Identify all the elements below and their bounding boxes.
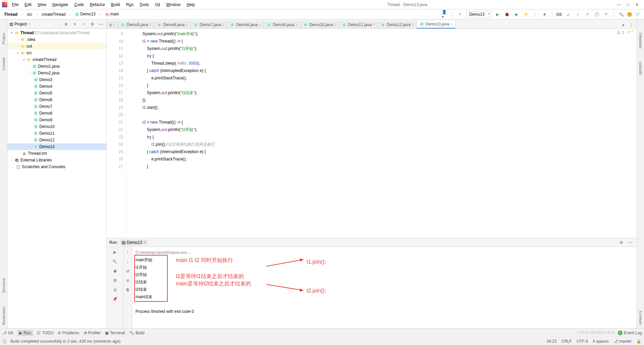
menu-refactor[interactable]: Refactor <box>87 2 108 8</box>
close-icon[interactable]: × <box>113 23 115 27</box>
status-indent[interactable]: 4 spaces <box>593 339 609 344</box>
close-icon[interactable]: × <box>334 23 336 27</box>
close-icon[interactable]: ✕ <box>635 2 639 7</box>
layout-icon[interactable]: ⊞ <box>112 277 118 284</box>
debug-icon[interactable]: 🐞 <box>503 11 510 18</box>
stripe-structure[interactable]: Structure <box>2 278 6 293</box>
warnings-indicator[interactable]: ⚠ 1 ^ ˅ <box>617 30 633 35</box>
tab[interactable]: CDemo12.java× <box>378 21 417 28</box>
tree-file[interactable]: C Demo8 <box>7 110 106 117</box>
tree-file[interactable]: C Demo6 <box>7 96 106 103</box>
dots-icon[interactable]: ⋮ <box>532 11 538 18</box>
tree-file[interactable]: ›C Demo1.java <box>7 63 106 70</box>
tab[interactable]: CDemo11.java× <box>339 21 378 28</box>
editor-body[interactable]: 9101112131415161718192021222324252627 ⚠ … <box>107 29 637 238</box>
stop-icon[interactable]: ■ <box>541 11 548 18</box>
btab-eventlog[interactable]: 1 Event Log <box>618 330 642 336</box>
project-tree[interactable]: ▾📁ThreadD:\code\java\Javacode\Thread ›📁.… <box>7 29 106 328</box>
search-icon[interactable]: 🔍 <box>618 11 625 18</box>
btab-build[interactable]: 🔨 Build <box>129 331 145 335</box>
breadcrumb-src[interactable]: src <box>25 11 34 17</box>
print-icon[interactable]: 🖨 <box>112 286 118 293</box>
pin-icon[interactable]: 📌 <box>112 296 118 302</box>
menu-git[interactable]: Git <box>152 2 163 8</box>
btab-run[interactable]: ▶ Run <box>17 330 33 336</box>
down-icon[interactable]: ↓ <box>124 258 131 265</box>
menu-view[interactable]: View <box>35 2 49 8</box>
git-push-icon[interactable]: ↗ <box>584 11 591 18</box>
breadcrumb-pkg[interactable]: createThread <box>40 11 67 17</box>
btab-git[interactable]: ⎇ Git <box>2 331 13 335</box>
breadcrumb-root[interactable]: Thread <box>3 11 19 17</box>
back-icon[interactable]: ↖ <box>457 11 464 18</box>
select-opened-icon[interactable]: ⊕ <box>63 21 69 27</box>
menu-run[interactable]: Run <box>123 2 136 8</box>
tree-ext-lib[interactable]: ›📚External Libraries <box>7 157 106 163</box>
tree-file[interactable]: C Demo7 <box>7 103 106 110</box>
status-icon[interactable]: ▢ <box>3 339 6 344</box>
stripe-ichelper[interactable]: lc-helper <box>639 311 643 325</box>
stripe-jclasslib[interactable]: jclasslib <box>639 62 643 75</box>
hide-icon[interactable]: — <box>627 239 634 246</box>
up-icon[interactable]: ↑ <box>124 249 131 256</box>
menu-navigate[interactable]: Navigate <box>50 2 71 8</box>
coverage-icon[interactable]: ◉ <box>513 11 520 18</box>
menu-file[interactable]: File <box>9 2 21 8</box>
tree-file[interactable]: C Demo9 <box>7 117 106 123</box>
run-config-select[interactable]: Demo13 <box>466 11 491 18</box>
close-icon[interactable]: × <box>296 23 298 27</box>
git-history-icon[interactable]: 🕐 <box>593 11 600 18</box>
rerun-icon[interactable]: ▶ <box>112 249 118 256</box>
filter-icon[interactable]: ◉ <box>112 268 118 274</box>
btab-problems[interactable]: ⊘ Problems <box>58 331 79 335</box>
run-icon[interactable]: ▶ <box>494 11 501 18</box>
close-icon[interactable]: × <box>150 23 152 27</box>
maximize-icon[interactable]: □ <box>627 2 629 7</box>
tab-dropdown-icon[interactable]: ▾ <box>620 22 627 28</box>
project-title[interactable]: Project <box>14 22 30 26</box>
tab[interactable]: CDemo10.java× <box>301 21 339 28</box>
tab-active[interactable]: CDemo13.java× <box>417 20 456 28</box>
close-icon[interactable]: × <box>259 23 261 27</box>
menu-help[interactable]: Help <box>184 2 198 8</box>
tree-src[interactable]: ▾📁src <box>7 50 106 56</box>
git-update-icon[interactable]: ↙ <box>565 11 572 18</box>
tree-file[interactable]: C Demo10 <box>7 123 106 130</box>
menu-tools[interactable]: Tools <box>137 2 152 8</box>
avatar-icon[interactable]: 🕊 <box>635 11 641 18</box>
run-tab[interactable]: ▤ Demo13 × <box>120 239 148 246</box>
wrap-icon[interactable]: ⇄ <box>124 268 131 274</box>
close-icon[interactable]: × <box>450 22 452 26</box>
tree-iml[interactable]: ▦Thread.iml <box>7 150 106 157</box>
tab[interactable]: CDemo7.java× <box>191 21 227 28</box>
close-icon[interactable]: × <box>144 240 146 245</box>
profile-icon[interactable]: ◔ <box>522 11 529 18</box>
menu-build[interactable]: Build <box>108 2 123 8</box>
tree-file-active[interactable]: C Demo13 <box>7 143 106 150</box>
tree-scratch[interactable]: 📋Scratches and Consoles <box>7 163 106 170</box>
stripe-commit[interactable]: Commit <box>2 58 6 70</box>
clear-icon[interactable]: 🗑 <box>124 286 131 293</box>
stripe-database[interactable]: Database <box>639 33 643 49</box>
menu-edit[interactable]: Edit <box>22 2 34 8</box>
tab-more-icon[interactable]: ⋮ <box>628 22 635 28</box>
status-lineend[interactable]: CRLF <box>561 339 572 344</box>
ide-update-icon[interactable] <box>627 12 632 17</box>
gear-icon[interactable]: ⚙ <box>89 21 96 27</box>
close-icon[interactable]: × <box>186 23 188 27</box>
stripe-project[interactable]: Project <box>2 33 6 44</box>
status-pos[interactable]: 34:23 <box>547 339 557 344</box>
stripe-bookmarks[interactable]: Bookmarks <box>2 306 6 325</box>
user-icon[interactable]: 👤▾ <box>442 11 448 18</box>
tree-file[interactable]: C Demo4 <box>7 83 106 90</box>
tree-file[interactable]: ›C Demo2.java <box>7 70 106 76</box>
gear-icon[interactable]: ⚙ <box>618 239 625 246</box>
menu-window[interactable]: Window <box>163 2 183 8</box>
tab[interactable]: a× <box>107 21 118 28</box>
tab[interactable]: CDemo5.java× <box>118 21 155 28</box>
tree-idea[interactable]: ›📁.idea <box>7 36 106 43</box>
close-icon[interactable]: × <box>373 23 375 27</box>
btab-terminal[interactable]: ▣ Terminal <box>105 331 125 335</box>
tree-file[interactable]: C Demo12 <box>7 137 106 143</box>
tree-file[interactable]: C Demo3 <box>7 76 106 83</box>
